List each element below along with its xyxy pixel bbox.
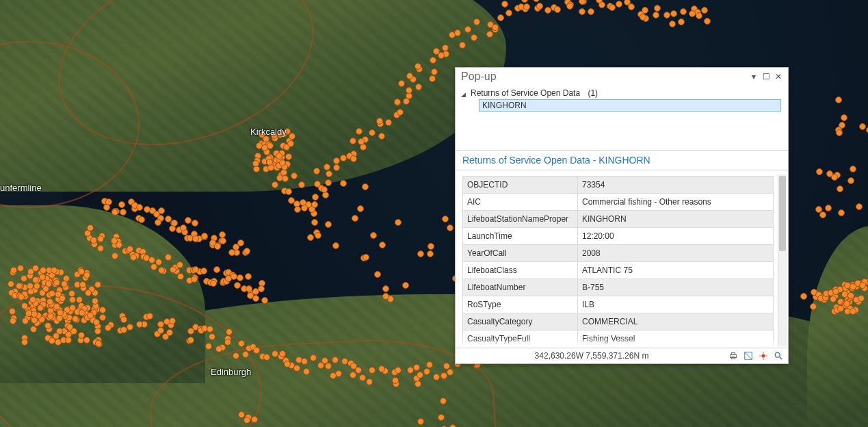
table-row[interactable]: LifeboatStationNameProperKINGHORN [463, 211, 774, 228]
data-point[interactable] [158, 207, 165, 214]
data-point[interactable] [111, 209, 118, 216]
data-point[interactable] [826, 170, 833, 177]
data-point[interactable] [271, 132, 278, 139]
data-point[interactable] [325, 179, 332, 186]
data-point[interactable] [105, 198, 112, 205]
data-point[interactable] [471, 34, 477, 41]
data-point[interactable] [94, 328, 101, 335]
data-point[interactable] [267, 142, 274, 149]
data-point[interactable] [246, 285, 252, 292]
data-point[interactable] [210, 280, 217, 287]
data-point[interactable] [287, 140, 294, 147]
data-point[interactable] [27, 283, 34, 289]
data-point[interactable] [340, 180, 347, 187]
data-point[interactable] [187, 337, 194, 344]
data-point[interactable] [285, 153, 292, 160]
data-point[interactable] [837, 305, 844, 312]
data-point[interactable] [72, 315, 79, 322]
data-point[interactable] [663, 12, 670, 18]
minimize-icon[interactable]: ▾ [748, 71, 759, 82]
table-row[interactable]: RoSTypeILB [463, 296, 774, 313]
data-point[interactable] [554, 6, 561, 13]
data-point[interactable] [501, 1, 508, 8]
data-point[interactable] [171, 220, 178, 227]
data-point[interactable] [233, 244, 239, 250]
data-point[interactable] [266, 159, 273, 166]
data-point[interactable] [624, 0, 631, 5]
data-point[interactable] [17, 265, 24, 272]
data-point[interactable] [120, 209, 127, 216]
data-point[interactable] [16, 283, 23, 289]
data-point[interactable] [680, 8, 687, 15]
data-point[interactable] [192, 220, 198, 227]
data-point[interactable] [324, 164, 330, 170]
data-point[interactable] [245, 273, 252, 280]
data-point[interactable] [103, 204, 110, 211]
data-point[interactable] [859, 282, 866, 289]
data-point[interactable] [180, 224, 187, 231]
data-point[interactable] [856, 203, 863, 210]
data-point[interactable] [321, 186, 328, 193]
data-point[interactable] [32, 276, 39, 283]
data-point[interactable] [209, 333, 215, 340]
data-point[interactable] [163, 318, 170, 325]
zoom-icon[interactable] [773, 350, 784, 361]
data-point[interactable] [838, 209, 845, 216]
data-point[interactable] [670, 10, 677, 17]
data-point[interactable] [10, 267, 17, 274]
data-point[interactable] [379, 242, 386, 248]
data-point[interactable] [87, 312, 94, 319]
data-point[interactable] [473, 18, 480, 25]
data-point[interactable] [276, 153, 282, 159]
data-point[interactable] [136, 204, 143, 211]
data-point[interactable] [263, 135, 269, 142]
data-point[interactable] [21, 275, 27, 282]
data-point[interactable] [417, 250, 424, 257]
data-point[interactable] [79, 281, 86, 288]
data-point[interactable] [836, 129, 843, 136]
data-point[interactable] [84, 230, 91, 237]
data-point[interactable] [816, 168, 823, 175]
data-point[interactable] [285, 188, 292, 195]
data-point[interactable] [362, 183, 369, 190]
data-point[interactable] [61, 281, 68, 287]
select-icon[interactable] [743, 350, 754, 361]
data-point[interactable] [30, 326, 37, 333]
data-point[interactable] [800, 293, 807, 300]
data-point[interactable] [609, 4, 616, 11]
data-point[interactable] [116, 242, 122, 248]
data-point[interactable] [810, 303, 817, 310]
data-point[interactable] [832, 288, 839, 295]
data-point[interactable] [201, 233, 208, 240]
data-point[interactable] [224, 339, 231, 346]
table-row[interactable]: LaunchTime12:20:00 [463, 228, 774, 245]
data-point[interactable] [205, 343, 212, 350]
data-point[interactable] [177, 273, 184, 280]
data-point[interactable] [440, 372, 447, 379]
data-point[interactable] [835, 96, 842, 103]
data-point[interactable] [397, 109, 404, 116]
data-point[interactable] [311, 219, 318, 226]
data-point[interactable] [841, 291, 848, 298]
data-point[interactable] [815, 206, 822, 213]
tree-layer-row[interactable]: Returns of Service Open Data (1) [461, 88, 782, 98]
popup-feature-heading[interactable]: Returns of Service Open Data - KINGHORN [456, 150, 788, 170]
data-point[interactable] [356, 128, 363, 135]
data-point[interactable] [579, 8, 586, 15]
data-point[interactable] [382, 285, 389, 292]
data-point[interactable] [130, 254, 137, 261]
data-point[interactable] [431, 68, 438, 75]
data-point[interactable] [423, 368, 430, 375]
table-row[interactable]: OBJECTID73354 [463, 177, 774, 194]
data-point[interactable] [640, 14, 646, 21]
data-point[interactable] [523, 3, 530, 10]
data-point[interactable] [155, 259, 162, 266]
data-point[interactable] [170, 266, 176, 273]
data-point[interactable] [120, 326, 127, 333]
data-point[interactable] [298, 181, 305, 188]
data-point[interactable] [8, 281, 14, 287]
data-point[interactable] [238, 411, 245, 418]
data-point[interactable] [642, 7, 648, 14]
flash-icon[interactable] [758, 350, 769, 361]
data-point[interactable] [653, 12, 659, 18]
